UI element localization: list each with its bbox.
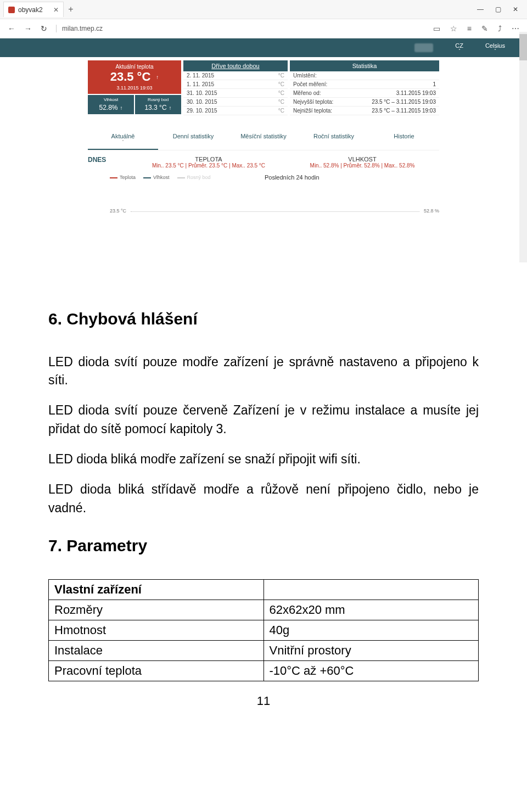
tab-current[interactable]: Aktuálně˅ — [88, 128, 158, 150]
humidity-summary: VLHKOST Min.. 52.8% | Průměr. 52.8% | Ma… — [285, 156, 439, 169]
chart-legend: Teplota Vlhkost Rosný bod Posledních 24 … — [110, 174, 439, 181]
unit-label: Celsius — [485, 42, 505, 49]
stats-table: Umístění: Počet měření:1 Měřeno od:3.11.… — [290, 71, 439, 115]
humidity-label: Vlhkost — [89, 97, 133, 102]
paragraph: LED dioda bliká modře zařízení se snaží … — [48, 450, 479, 468]
heading-errors: 6. Chybová hlášení — [48, 307, 479, 331]
reload-button[interactable]: ↻ — [41, 24, 47, 33]
scrollbar-thumb[interactable] — [519, 34, 527, 60]
tab-history[interactable]: Historie — [369, 128, 439, 150]
day-summary: DNES TEPLOTA Min.. 23.5 °C | Průměr. 23.… — [88, 156, 439, 169]
address-bar[interactable]: milan.tmep.cz — [56, 25, 103, 32]
history-table: 2. 11. 2015°C 1. 11. 2015°C 31. 10. 2015… — [183, 71, 288, 115]
dashboard: Aktuální teplota 23.5 °C ↑ 3.11.2015 19:… — [0, 57, 527, 236]
heading-parameters: 7. Parametry — [48, 534, 479, 558]
chart-title: Posledních 24 hodin — [218, 174, 366, 181]
chevron-down-icon: ˅ — [88, 139, 158, 144]
tab-yearly[interactable]: Roční statistiky — [299, 128, 369, 150]
parameters-table: Vlastní zařízení Rozměry62x62x20 mm Hmot… — [48, 579, 479, 681]
legend-item: Vlhkost — [143, 175, 170, 180]
tab-daily[interactable]: Denní statistiky — [158, 128, 228, 150]
legend-item: Rosný bod — [177, 175, 211, 180]
tab-bar: obyvak2 ✕ + — ▢ ✕ — [0, 0, 527, 19]
paragraph: LED dioda bliká střídavě modře a růžově … — [48, 480, 479, 517]
trend-up-icon: ↑ — [156, 74, 159, 80]
table-row: Vlastní zařízení — [49, 580, 479, 600]
temp-summary: TEPLOTA Min.. 23.5 °C | Průměr. 23.5 °C … — [132, 156, 285, 169]
stats-panel: Statistika Umístění: Počet měření:1 Měře… — [290, 60, 439, 115]
favicon-icon — [8, 7, 15, 13]
chart-axis: 23.5 °C 52.8 % — [110, 208, 439, 214]
trend-up-icon: ↑ — [169, 105, 172, 111]
share-icon[interactable]: ⤴ — [498, 24, 502, 33]
new-tab-button[interactable]: + — [64, 2, 78, 16]
hub-icon[interactable]: ≡ — [467, 24, 472, 33]
unit-select[interactable]: Celsius ˅ — [485, 42, 505, 54]
current-temp-value: 23.5 °C — [110, 70, 151, 84]
close-tab-icon[interactable]: ✕ — [53, 6, 59, 14]
paragraph: LED dioda svítí pouze červeně Zařízení j… — [48, 401, 479, 438]
webnote-icon[interactable]: ✎ — [481, 24, 488, 33]
table-row: 1. 11. 2015°C — [183, 80, 288, 89]
humidity-card: Vlhkost 52.8%↑ — [88, 95, 134, 114]
more-icon[interactable]: ⋯ — [512, 24, 519, 33]
app-header: CZ ˅ Celsius ˅ — [0, 38, 527, 57]
reading-view-icon[interactable]: ▭ — [433, 24, 440, 33]
table-row: Umístění: — [290, 71, 439, 80]
current-temp-label: Aktuální teplota — [88, 64, 181, 70]
history-title: Dříve touto dobou — [183, 60, 288, 71]
language-label: CZ — [455, 42, 463, 49]
nav-bar: ← → ↻ milan.tmep.cz ▭ ☆ ≡ ✎ ⤴ ⋯ — [0, 19, 527, 38]
dewpoint-label: Rosný bod — [136, 97, 180, 102]
table-row: 30. 10. 2015°C — [183, 98, 288, 107]
table-row: Měřeno od:3.11.2015 19:03 — [290, 89, 439, 98]
forward-button[interactable]: → — [24, 24, 32, 33]
language-select[interactable]: CZ ˅ — [455, 42, 463, 54]
history-panel: Dříve touto dobou 2. 11. 2015°C 1. 11. 2… — [183, 60, 288, 115]
back-button[interactable]: ← — [8, 24, 15, 33]
tab-monthly[interactable]: Měsíční statistiky — [228, 128, 299, 150]
dewpoint-card: Rosný bod 13.3 °C↑ — [135, 95, 181, 114]
table-row: Nejvyšší teplota:23.5 °C – 3.11.2015 19:… — [290, 98, 439, 107]
current-temp-card: Aktuální teplota 23.5 °C ↑ 3.11.2015 19:… — [88, 60, 181, 94]
chevron-down-icon: ˅ — [494, 49, 496, 54]
document-body: 6. Chybová hlášení LED dioda svítí pouze… — [0, 236, 527, 732]
table-row: Pracovní teplota-10°C až +60°C — [49, 660, 479, 681]
table-row: Počet měření:1 — [290, 80, 439, 89]
window-controls: — ▢ ✕ — [476, 5, 527, 13]
paragraph: LED dioda svítí pouze modře zařízení je … — [48, 353, 479, 390]
close-window-button[interactable]: ✕ — [512, 5, 519, 13]
axis-right-label: 52.8 % — [424, 208, 439, 214]
humidity-value: 52.8% — [99, 104, 117, 111]
trend-up-icon: ↑ — [120, 105, 123, 111]
table-row: 31. 10. 2015°C — [183, 89, 288, 98]
favorite-icon[interactable]: ☆ — [450, 24, 457, 33]
axis-left-label: 23.5 °C — [110, 208, 126, 214]
page-number: 11 — [48, 692, 479, 710]
table-row: Rozměry62x62x20 mm — [49, 600, 479, 620]
minimize-button[interactable]: — — [476, 5, 484, 13]
table-row: 2. 11. 2015°C — [183, 71, 288, 80]
view-tabs: Aktuálně˅ Denní statistiky Měsíční stati… — [88, 128, 439, 150]
browser-tab[interactable]: obyvak2 ✕ — [3, 2, 64, 17]
vertical-scrollbar[interactable] — [519, 32, 527, 262]
dewpoint-value: 13.3 °C — [144, 104, 166, 111]
browser-window: obyvak2 ✕ + — ▢ ✕ ← → ↻ milan.tmep.cz ▭ … — [0, 0, 527, 236]
today-label: DNES — [88, 156, 132, 169]
table-row: Hmotnost40g — [49, 620, 479, 641]
current-temp-timestamp: 3.11.2015 19:03 — [88, 85, 181, 91]
legend-item: Teplota — [110, 175, 136, 180]
maximize-button[interactable]: ▢ — [494, 5, 502, 13]
tab-title: obyvak2 — [18, 6, 43, 14]
table-row: 29. 10. 2015°C — [183, 107, 288, 115]
user-badge[interactable] — [414, 43, 433, 52]
stats-title: Statistika — [290, 60, 439, 71]
current-readings: Aktuální teplota 23.5 °C ↑ 3.11.2015 19:… — [88, 60, 181, 115]
chevron-down-icon: ˅ — [458, 49, 461, 54]
table-row: InstalaceVnitřní prostory — [49, 641, 479, 661]
table-row: Nejnižší teplota:23.5 °C – 3.11.2015 19:… — [290, 107, 439, 115]
